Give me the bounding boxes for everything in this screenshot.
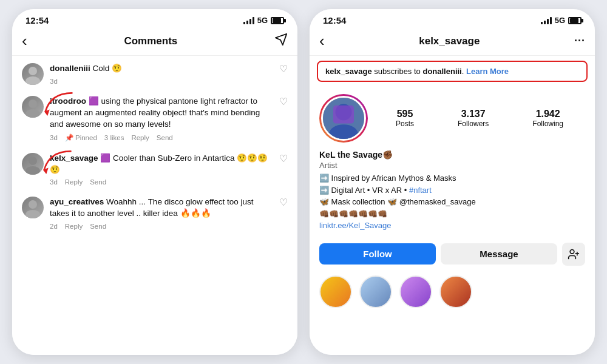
comment-text: donalleniii Cold 🤨 (50, 63, 273, 75)
posts-value: 595 (397, 109, 413, 120)
send-button[interactable]: Send (90, 178, 106, 186)
profile-info: KeL the Savage✊🏾 Artist ➡️ Inspired by A… (310, 150, 595, 237)
profile-content: kelx_savage subscribes to donalleniii. L… (310, 56, 595, 355)
comment-body: kelx_savage 🟪 Cooler than Sub-Zero in An… (50, 153, 273, 186)
comment-username: donalleniii (50, 64, 90, 73)
like-button[interactable]: ♡ (279, 96, 288, 107)
add-person-icon (568, 248, 580, 260)
svg-point-2 (25, 76, 40, 85)
left-time: 12:54 (25, 15, 49, 25)
avatar (22, 197, 44, 218)
send-button[interactable]: Send (90, 223, 106, 230)
follow-button[interactable]: Follow (319, 243, 436, 265)
left-status-icons: 5G (243, 16, 284, 25)
right-phone: 12:54 5G ‹ kelx_savage ··· (310, 9, 595, 355)
bar4 (550, 17, 552, 24)
banner-username: kelx_savage (325, 67, 372, 76)
highlight-item[interactable] (439, 275, 472, 311)
comment-username: itroodroo (50, 96, 86, 106)
comment-item: donalleniii Cold 🤨 3d ♡ (22, 63, 288, 85)
stats-group: 595 Posts 3.137 Followers 1.942 Followin… (374, 109, 585, 128)
profile-avatar-wrap (319, 94, 368, 143)
back-button[interactable]: ‹ (22, 32, 27, 50)
more-options-button[interactable]: ··· (574, 35, 585, 47)
left-status-bar: 12:54 5G (12, 9, 297, 28)
comment-username: ayu_creatives (50, 197, 104, 206)
following-stat: 1.942 Following (532, 109, 563, 128)
profile-stats-row: 595 Posts 3.137 Followers 1.942 Followin… (310, 87, 595, 150)
avatar (22, 153, 44, 175)
like-button[interactable]: ♡ (279, 63, 288, 75)
profile-actions: Follow Message (310, 237, 595, 272)
comment-time: 2d (50, 223, 58, 230)
avatar (22, 63, 44, 85)
banner-text: kelx_savage subscribes to donalleniii. L… (325, 67, 509, 76)
profile-avatar-image (323, 96, 364, 141)
comments-title: Comments (124, 35, 177, 47)
like-button[interactable]: ♡ (279, 197, 288, 208)
phones-container: 12:54 5G ‹ Comments (12, 9, 595, 355)
comment-text: itroodroo 🟪 using the physical pantone l… (50, 96, 273, 130)
avatar (22, 96, 44, 118)
followers-stat: 3.137 Followers (458, 109, 489, 128)
svg-marker-8 (43, 167, 49, 174)
comments-list: donalleniii Cold 🤨 3d ♡ (12, 56, 297, 355)
linktree-link[interactable]: linktr.ee/Kel_Savage (319, 221, 392, 230)
svg-point-10 (25, 210, 40, 218)
right-time: 12:54 (323, 15, 346, 25)
send-button[interactable]: Send (157, 134, 173, 141)
reply-button[interactable]: Reply (131, 134, 149, 141)
bar4 (253, 17, 254, 24)
posts-label: Posts (396, 120, 414, 128)
highlight-item[interactable] (399, 275, 432, 311)
svg-point-7 (25, 166, 40, 175)
right-status-bar: 12:54 5G (310, 9, 595, 28)
pinned-label: 📌 Pinned (65, 133, 97, 142)
svg-point-1 (29, 67, 37, 75)
reply-button[interactable]: Reply (65, 178, 83, 186)
highlight-circle (359, 275, 392, 308)
bar2 (544, 21, 546, 24)
right-status-icons: 5G (541, 16, 582, 25)
bar3 (249, 19, 251, 24)
profile-bio: ➡️ Inspired by African Mythos & Masks ➡️… (319, 172, 585, 232)
comments-header: ‹ Comments (12, 28, 297, 56)
bar1 (541, 22, 543, 24)
comment-body: donalleniii Cold 🤨 3d (50, 63, 273, 85)
comment-meta: 3d Reply Send (50, 178, 273, 186)
svg-point-9 (29, 200, 37, 209)
comment-time: 3d (50, 178, 58, 186)
svg-rect-14 (333, 106, 354, 124)
svg-marker-0 (276, 34, 287, 45)
svg-marker-5 (44, 109, 50, 116)
followers-label: Followers (458, 120, 489, 128)
comment-meta: 3d 📌 Pinned 3 likes Reply Send (50, 133, 273, 142)
comment-body: ayu_creatives Woahhh ... The disco glow … (50, 197, 273, 230)
message-button[interactable]: Message (441, 243, 557, 265)
add-friend-button[interactable] (562, 243, 585, 266)
bar1 (243, 22, 245, 24)
highlights-row (310, 272, 595, 317)
battery-fill (570, 18, 578, 23)
comment-username: kelx_savage (50, 153, 98, 163)
comment-time: 3d (50, 134, 58, 141)
comment-time: 3d (50, 78, 58, 85)
reply-button[interactable]: Reply (65, 223, 83, 230)
highlight-item[interactable] (319, 275, 352, 311)
profile-avatar[interactable] (321, 96, 366, 141)
comment-meta: 2d Reply Send (50, 223, 273, 230)
network-label: 5G (555, 16, 565, 25)
learn-more-link[interactable]: Learn More (466, 67, 509, 76)
like-button[interactable]: ♡ (279, 153, 288, 164)
comment-item-itroodroo: itroodroo 🟪 using the physical pantone l… (22, 96, 288, 142)
send-icon[interactable] (274, 33, 288, 49)
hashtag-link[interactable]: #nftart (409, 186, 432, 195)
profile-username-title: kelx_savage (419, 35, 480, 47)
battery-icon (568, 17, 582, 24)
signal-bars-icon (541, 16, 552, 24)
followers-value: 3.137 (461, 109, 486, 120)
highlight-item[interactable] (359, 275, 392, 311)
comment-text: ayu_creatives Woahhh ... The disco glow … (50, 197, 273, 220)
comment-item-ayu: ayu_creatives Woahhh ... The disco glow … (22, 197, 288, 230)
back-button[interactable]: ‹ (319, 32, 325, 50)
